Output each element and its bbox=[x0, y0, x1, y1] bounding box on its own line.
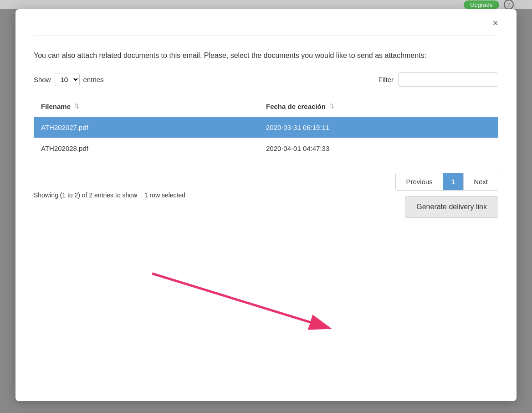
top-bar: Upgrade ? bbox=[0, 0, 532, 9]
cell-date-2: 2020-04-01 04:47:33 bbox=[266, 145, 491, 152]
show-label: Show bbox=[34, 76, 51, 83]
modal-dialog: × You can also attach related documents … bbox=[15, 9, 517, 401]
cell-date-1: 2020-03-31 06:19:11 bbox=[266, 124, 491, 131]
next-button[interactable]: Next bbox=[463, 173, 498, 190]
date-header-text: Fecha de creación bbox=[266, 103, 326, 110]
close-button[interactable]: × bbox=[492, 18, 498, 28]
show-entries-group: Show 10 25 50 entries bbox=[34, 73, 104, 86]
filename-header-text: Filename bbox=[41, 103, 71, 110]
table-row[interactable]: ATH202028.pdf 2020-04-01 04:47:33 bbox=[34, 138, 498, 159]
filter-group: Filter bbox=[379, 72, 498, 87]
pagination-area: Previous 1 Next Generate delivery link bbox=[395, 173, 498, 218]
modal-header: × bbox=[34, 18, 498, 36]
cell-filename-1: ATH202027.pdf bbox=[41, 124, 266, 131]
arrow-annotation bbox=[107, 260, 380, 351]
filter-input[interactable] bbox=[398, 72, 498, 87]
date-sort-icon[interactable]: ⇅ bbox=[329, 104, 334, 108]
col-header-date: Fecha de creación ⇅ bbox=[266, 103, 491, 110]
modal-description: You can also attach related documents to… bbox=[34, 50, 498, 62]
documents-table: Filename ⇅ Fecha de creación ⇅ ATH202027… bbox=[34, 96, 498, 159]
generate-delivery-link-button[interactable]: Generate delivery link bbox=[405, 196, 498, 218]
current-page-number: 1 bbox=[443, 173, 463, 190]
filter-label: Filter bbox=[379, 76, 394, 83]
col-header-filename: Filename ⇅ bbox=[41, 103, 266, 110]
backdrop: Upgrade ? × You can also attach related … bbox=[0, 0, 532, 413]
table-header-row: Filename ⇅ Fecha de creación ⇅ bbox=[34, 96, 498, 117]
pagination-controls: Previous 1 Next bbox=[395, 173, 498, 191]
table-row[interactable]: ATH202027.pdf 2020-03-31 06:19:11 bbox=[34, 117, 498, 138]
help-button[interactable]: ? bbox=[504, 0, 514, 10]
footer-row: Showing (1 to 2) of 2 entries to show 1 … bbox=[34, 173, 498, 218]
filename-sort-icon[interactable]: ⇅ bbox=[74, 104, 79, 108]
cell-filename-2: ATH202028.pdf bbox=[41, 145, 266, 152]
footer-info-text: Showing (1 to 2) of 2 entries to show 1 … bbox=[34, 191, 185, 199]
controls-row: Show 10 25 50 entries Filter bbox=[34, 72, 498, 87]
upgrade-button[interactable]: Upgrade bbox=[464, 0, 499, 9]
entries-select[interactable]: 10 25 50 bbox=[55, 73, 80, 86]
arrow-svg bbox=[107, 260, 380, 351]
previous-button[interactable]: Previous bbox=[396, 173, 443, 190]
entries-label: entries bbox=[83, 76, 104, 83]
